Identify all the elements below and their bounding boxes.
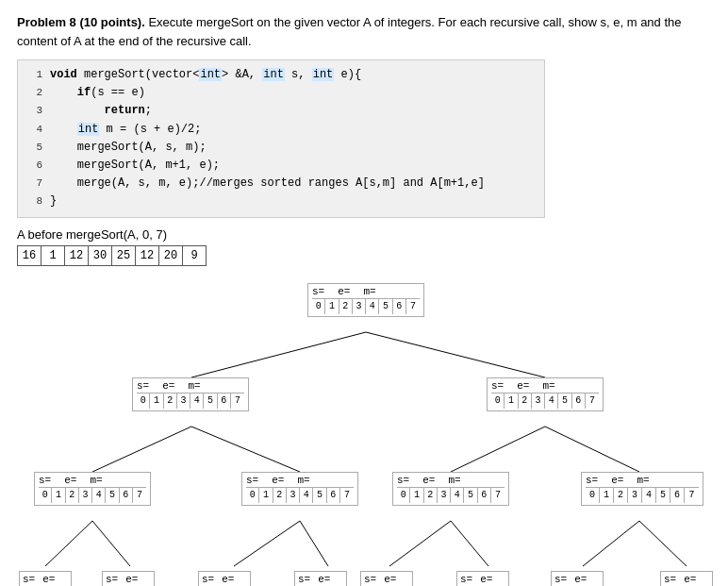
- problem-header: Problem 8 (10 points). Execute mergeSort…: [17, 13, 711, 50]
- svg-line-7: [92, 521, 130, 566]
- svg-line-13: [639, 521, 687, 566]
- leaf-1: s= e=: [102, 571, 155, 587]
- array-cell-6: 20: [158, 245, 183, 266]
- node-l2-lr: s= e= m= 0 1 2 3 4 5 6 7: [241, 472, 358, 506]
- problem-number: Problem 8 (10 points).: [17, 15, 145, 29]
- node-l1-left: s= e= m= 0 1 2 3 4 5 6 7: [132, 377, 249, 411]
- leaf-7: s= e=: [660, 571, 713, 587]
- array-container: 16 1 12 30 25 12 20 9: [17, 245, 711, 266]
- leaf-2: s= e=: [198, 571, 251, 587]
- svg-line-1: [366, 332, 545, 377]
- node-l2-ll: s= e= m= 0 1 2 3 4 5 6 7: [34, 472, 151, 506]
- svg-line-3: [191, 427, 300, 472]
- node-l2-rr: s= e= m= 0 1 2 3 4 5 6 7: [581, 472, 703, 506]
- code-line-3: 3 return;: [25, 102, 537, 120]
- code-line-6: 6 mergeSort(A, m+1, e);: [25, 157, 537, 175]
- leaf-4: s= e=: [360, 571, 413, 587]
- tree-lines: [17, 283, 715, 587]
- array-cell-7: 9: [182, 245, 207, 266]
- svg-line-0: [191, 332, 366, 377]
- leaf-3: s= e=: [294, 571, 347, 587]
- svg-line-9: [300, 521, 328, 566]
- root-s-label: s=: [312, 286, 324, 297]
- array-cell-0: 16: [17, 245, 41, 266]
- code-block: 1 void mergeSort(vector<int> &A, int s, …: [17, 59, 545, 218]
- svg-line-2: [92, 427, 191, 472]
- svg-line-11: [451, 521, 488, 566]
- root-e-label: e=: [338, 286, 350, 297]
- leaf-0: s= e=: [19, 571, 72, 587]
- svg-line-5: [545, 427, 639, 472]
- array-cell-1: 1: [41, 245, 65, 266]
- svg-line-12: [583, 521, 639, 566]
- code-line-1: 1 void mergeSort(vector<int> &A, int s, …: [25, 66, 537, 84]
- array-cell-2: 12: [64, 245, 89, 266]
- tree-area: s= e= m= 0 1 2 3 4 5 6 7 s= e= m=: [17, 283, 715, 587]
- code-line-7: 7 merge(A, s, m, e);//merges sorted rang…: [25, 175, 537, 193]
- node-l2-rl: s= e= m= 0 1 2 3 4 5 6 7: [392, 472, 509, 506]
- array-cell-5: 12: [135, 245, 159, 266]
- root-m-label: m=: [363, 286, 375, 297]
- node-root: s= e= m= 0 1 2 3 4 5 6 7: [307, 283, 424, 317]
- svg-line-6: [45, 521, 92, 566]
- svg-line-8: [234, 521, 300, 566]
- array-cell-3: 30: [88, 245, 112, 266]
- svg-line-4: [451, 427, 545, 472]
- code-line-5: 5 mergeSort(A, s, m);: [25, 139, 537, 157]
- svg-line-10: [389, 521, 451, 566]
- leaf-6: s= e=: [551, 571, 604, 587]
- array-label: A before mergeSort(A, 0, 7): [17, 227, 711, 242]
- code-line-2: 2 if(s == e): [25, 84, 537, 102]
- leaf-5: s= e=: [456, 571, 509, 587]
- code-line-4: 4 int m = (s + e)/2;: [25, 121, 537, 139]
- node-l1-right: s= e= m= 0 1 2 3 4 5 6 7: [487, 377, 604, 411]
- array-cell-4: 25: [111, 245, 136, 266]
- code-line-8: 8 }: [25, 193, 537, 210]
